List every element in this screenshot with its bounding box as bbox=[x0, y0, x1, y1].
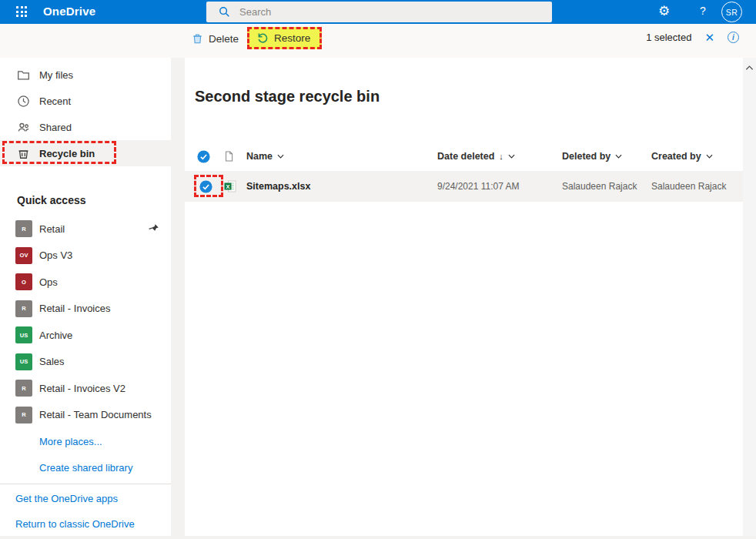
sidebar-item-my-files[interactable]: My files bbox=[0, 62, 171, 88]
site-tile: O bbox=[15, 273, 32, 290]
people-icon bbox=[17, 121, 30, 134]
sidebar-item-label: Shared bbox=[39, 122, 72, 133]
pin-icon[interactable] bbox=[148, 223, 160, 235]
file-name[interactable]: Sitemaps.xlsx bbox=[246, 181, 437, 192]
get-onedrive-apps-link[interactable]: Get the OneDrive apps bbox=[0, 486, 171, 511]
file-deleted-by: Salaudeen Rajack bbox=[562, 181, 651, 192]
quick-access-label: Sales bbox=[39, 356, 65, 367]
main-content: Second stage recycle bin Name Date delet… bbox=[185, 58, 743, 536]
clear-selection-close-icon[interactable]: ✕ bbox=[704, 32, 714, 43]
sidebar-divider bbox=[0, 484, 171, 484]
quick-access-item-ops-v3[interactable]: OV Ops V3 bbox=[0, 243, 171, 270]
quick-access-label: Archive bbox=[39, 330, 72, 341]
sidebar-item-label: Recycle bin bbox=[39, 148, 95, 159]
page-title: Second stage recycle bin bbox=[195, 88, 380, 105]
folder-icon bbox=[17, 69, 30, 82]
quick-access-label: Ops V3 bbox=[39, 249, 72, 261]
selection-count: 1 selected bbox=[646, 32, 691, 43]
site-tile: R bbox=[15, 380, 32, 397]
sort-descending-arrow-icon: ↓ bbox=[499, 152, 503, 161]
quick-access-label: Retail - Invoices V2 bbox=[39, 383, 125, 394]
site-tile: R bbox=[15, 220, 32, 237]
file-date-deleted: 9/24/2021 11:07 AM bbox=[437, 181, 562, 192]
info-icon[interactable]: i bbox=[728, 32, 739, 43]
search-box[interactable] bbox=[206, 2, 552, 22]
sidebar-item-shared[interactable]: Shared bbox=[0, 114, 171, 140]
quick-access-item-retail-invoices-v2[interactable]: R Retail - Invoices V2 bbox=[0, 375, 171, 402]
sidebar-content-gutter bbox=[171, 58, 185, 539]
account-avatar[interactable]: SR bbox=[721, 2, 742, 22]
sidebar: My files Recent Shared Recycle bin Quick… bbox=[0, 58, 171, 539]
svg-text:X: X bbox=[226, 183, 229, 190]
sidebar-item-label: Recent bbox=[39, 95, 71, 107]
column-header-deleted-by[interactable]: Deleted by bbox=[562, 151, 651, 162]
quick-access-item-retail-team-documents[interactable]: R Retail - Team Documents bbox=[0, 402, 171, 429]
quick-access-label: Retail - Invoices bbox=[39, 303, 110, 314]
sidebar-item-label: My files bbox=[39, 69, 73, 81]
chevron-down-icon bbox=[615, 154, 622, 159]
settings-gear-icon[interactable]: ⚙ bbox=[658, 3, 670, 19]
restore-icon bbox=[256, 32, 269, 44]
chevron-down-icon bbox=[277, 154, 284, 159]
clock-icon bbox=[17, 95, 30, 108]
search-input[interactable] bbox=[239, 6, 532, 18]
chevron-down-icon bbox=[508, 154, 515, 159]
quick-access-header: Quick access bbox=[17, 194, 171, 206]
delete-button-label: Delete bbox=[209, 33, 239, 45]
column-header-date-deleted[interactable]: Date deleted ↓ bbox=[437, 151, 562, 162]
recycle-bin-icon bbox=[17, 147, 30, 160]
quick-access-label: Retail bbox=[39, 223, 65, 235]
create-shared-library-link[interactable]: Create shared library bbox=[0, 455, 171, 482]
bottom-edge-strip bbox=[0, 536, 756, 539]
site-tile: US bbox=[15, 353, 32, 370]
selection-status-group: 1 selected ✕ i bbox=[646, 32, 739, 43]
sidebar-item-recycle-bin[interactable]: Recycle bin bbox=[0, 140, 171, 166]
top-app-bar: OneDrive ⚙ ? SR bbox=[0, 0, 756, 24]
vertical-scrollbar[interactable] bbox=[743, 58, 756, 536]
more-places-link[interactable]: More places... bbox=[0, 428, 171, 455]
command-toolbar: Delete Restore 1 selected ✕ i bbox=[0, 24, 756, 58]
site-tile: R bbox=[15, 300, 32, 317]
quick-access-item-retail[interactable]: R Retail bbox=[0, 216, 171, 243]
file-type-column-icon[interactable] bbox=[223, 150, 235, 162]
site-tile: US bbox=[15, 326, 32, 343]
quick-access-item-archive[interactable]: US Archive bbox=[0, 322, 171, 349]
file-row-sitemaps[interactable]: X Sitemaps.xlsx 9/24/2021 11:07 AM Salau… bbox=[185, 171, 743, 202]
file-list-header: Name Date deleted ↓ Deleted by Created b… bbox=[185, 145, 743, 168]
sidebar-item-recent[interactable]: Recent bbox=[0, 88, 171, 114]
column-header-created-by[interactable]: Created by bbox=[651, 151, 736, 162]
select-all-checkbox[interactable] bbox=[197, 150, 210, 163]
search-icon bbox=[219, 6, 230, 18]
delete-button[interactable]: Delete bbox=[192, 32, 239, 45]
restore-button[interactable]: Restore bbox=[247, 27, 322, 49]
quick-access-label: Ops bbox=[39, 276, 58, 288]
excel-file-icon: X bbox=[223, 179, 237, 193]
trash-icon bbox=[192, 32, 203, 45]
quick-access-label: Retail - Team Documents bbox=[39, 409, 152, 420]
quick-access-item-sales[interactable]: US Sales bbox=[0, 349, 171, 376]
quick-access-item-ops[interactable]: O Ops bbox=[0, 269, 171, 296]
restore-button-label: Restore bbox=[274, 32, 310, 44]
chevron-down-icon bbox=[706, 154, 713, 159]
file-created-by: Salaudeen Rajack bbox=[651, 181, 736, 192]
scroll-up-arrow-icon[interactable] bbox=[745, 65, 754, 71]
row-checkbox[interactable] bbox=[199, 180, 212, 193]
quick-access-item-retail-invoices[interactable]: R Retail - Invoices bbox=[0, 296, 171, 323]
site-tile: OV bbox=[15, 247, 32, 264]
site-tile: R bbox=[15, 407, 32, 424]
app-title: OneDrive bbox=[43, 5, 95, 18]
help-icon[interactable]: ? bbox=[700, 5, 706, 17]
return-classic-onedrive-link[interactable]: Return to classic OneDrive bbox=[0, 511, 171, 537]
column-header-name[interactable]: Name bbox=[246, 151, 437, 162]
app-launcher-waffle-icon[interactable] bbox=[16, 6, 28, 18]
